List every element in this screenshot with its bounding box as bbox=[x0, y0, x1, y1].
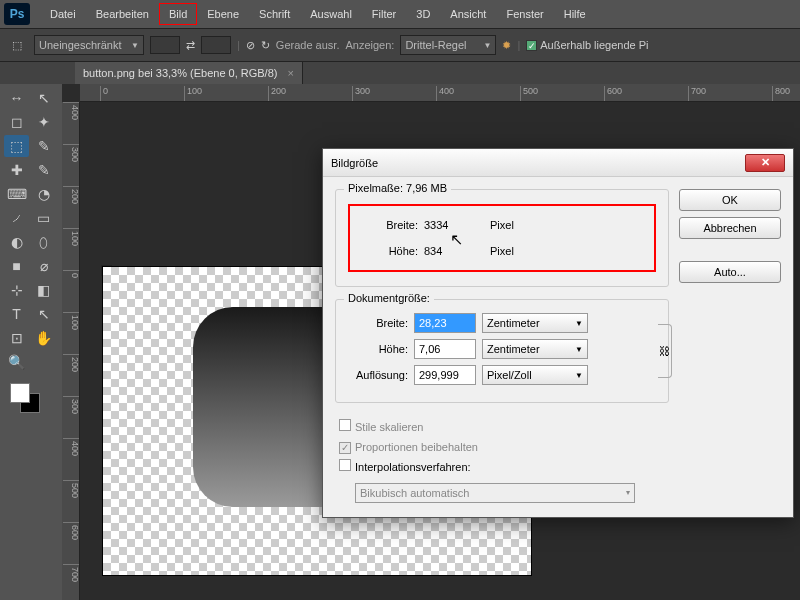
menu-ansicht[interactable]: Ansicht bbox=[440, 3, 496, 25]
width-field[interactable] bbox=[150, 36, 180, 54]
options-bar: ⬚ Uneingeschränkt▼ ⇄ | ⊘ ↻ Gerade ausr. … bbox=[0, 28, 800, 62]
tool-18[interactable]: T bbox=[4, 303, 29, 325]
height-field[interactable] bbox=[201, 36, 231, 54]
tool-12[interactable]: ◐ bbox=[4, 231, 29, 253]
ratio-dropdown[interactable]: Uneingeschränkt▼ bbox=[34, 35, 144, 55]
tool-10[interactable]: ⟋ bbox=[4, 207, 29, 229]
resample-checkbox[interactable] bbox=[339, 459, 351, 471]
color-swatches[interactable] bbox=[10, 383, 50, 423]
document-size-group: Dokumentgröße: Breite: 28,23 Zentimeter▼… bbox=[335, 299, 669, 403]
highlight-box: Breite: 3334 Pixel Höhe: 834 Pixel bbox=[348, 204, 656, 272]
scale-styles-label: Stile skalieren bbox=[355, 421, 423, 433]
px-height-unit: Pixel bbox=[490, 245, 550, 257]
tool-14[interactable]: ■ bbox=[4, 255, 29, 277]
doc-height-input[interactable]: 7,06 bbox=[414, 339, 476, 359]
document-tab-label: button.png bei 33,3% (Ebene 0, RGB/8) bbox=[83, 67, 277, 79]
scale-styles-checkbox[interactable] bbox=[339, 419, 351, 431]
tool-21[interactable]: ✋ bbox=[31, 327, 56, 349]
tool-11[interactable]: ▭ bbox=[31, 207, 56, 229]
tool-8[interactable]: ⌨ bbox=[4, 183, 29, 205]
resolution-label: Auflösung: bbox=[348, 369, 408, 381]
resolution-input[interactable]: 299,999 bbox=[414, 365, 476, 385]
foreground-swatch[interactable] bbox=[10, 383, 30, 403]
view-dropdown[interactable]: Drittel-Regel▼ bbox=[400, 35, 496, 55]
tool-2[interactable]: ◻ bbox=[4, 111, 29, 133]
doc-width-input[interactable]: 28,23 bbox=[414, 313, 476, 333]
constrain-label: Proportionen beibehalten bbox=[355, 441, 478, 453]
dialog-close-button[interactable]: ✕ bbox=[745, 154, 785, 172]
rotate-icon[interactable]: ↻ bbox=[261, 39, 270, 52]
document-tab-bar: button.png bei 33,3% (Ebene 0, RGB/8) × bbox=[0, 62, 800, 84]
doc-width-unit-dropdown[interactable]: Zentimeter▼ bbox=[482, 313, 588, 333]
doc-width-label: Breite: bbox=[348, 317, 408, 329]
px-width-label: Breite: bbox=[358, 219, 418, 231]
interpolation-dropdown: Bikubisch automatisch▾ bbox=[355, 483, 635, 503]
vertical-ruler: 4003002001000100200300400500600700800 bbox=[62, 102, 80, 600]
tool-13[interactable]: ⬯ bbox=[31, 231, 56, 253]
gear-icon[interactable]: ✹ bbox=[502, 39, 511, 52]
menu-3d[interactable]: 3D bbox=[406, 3, 440, 25]
px-width-unit: Pixel bbox=[490, 219, 550, 231]
tool-17[interactable]: ◧ bbox=[31, 279, 56, 301]
close-tab-icon[interactable]: × bbox=[287, 67, 293, 79]
doc-height-label: Höhe: bbox=[348, 343, 408, 355]
auto-button[interactable]: Auto... bbox=[679, 261, 781, 283]
ok-button[interactable]: OK bbox=[679, 189, 781, 211]
tool-0[interactable]: ↔ bbox=[4, 87, 29, 109]
app-logo: Ps bbox=[4, 3, 30, 25]
image-size-dialog: Bildgröße ✕ Pixelmaße: 7,96 MB Breite: 3… bbox=[322, 148, 794, 518]
menu-fenster[interactable]: Fenster bbox=[496, 3, 553, 25]
crop-tool-icon[interactable]: ⬚ bbox=[6, 34, 28, 56]
px-width-value: 3334 bbox=[424, 219, 484, 231]
clear-icon[interactable]: ⊘ bbox=[246, 39, 255, 52]
resolution-unit-dropdown[interactable]: Pixel/Zoll▼ bbox=[482, 365, 588, 385]
resample-label: Interpolationsverfahren: bbox=[355, 461, 471, 473]
tool-3[interactable]: ✦ bbox=[31, 111, 56, 133]
tool-7[interactable]: ✎ bbox=[31, 159, 56, 181]
px-height-value: 834 bbox=[424, 245, 484, 257]
tool-22[interactable]: 🔍 bbox=[4, 351, 29, 373]
doc-legend: Dokumentgröße: bbox=[344, 292, 434, 304]
swap-icon[interactable]: ⇄ bbox=[186, 39, 195, 52]
dialog-title: Bildgröße bbox=[331, 157, 378, 169]
menu-schrift[interactable]: Schrift bbox=[249, 3, 300, 25]
view-label: Anzeigen: bbox=[345, 39, 394, 51]
menubar: Ps DateiBearbeitenBildEbeneSchriftAuswah… bbox=[0, 0, 800, 28]
tool-1[interactable]: ↖ bbox=[31, 87, 56, 109]
menu-auswahl[interactable]: Auswahl bbox=[300, 3, 362, 25]
document-tab[interactable]: button.png bei 33,3% (Ebene 0, RGB/8) × bbox=[75, 62, 303, 84]
cancel-button[interactable]: Abbrechen bbox=[679, 217, 781, 239]
tool-19[interactable]: ↖ bbox=[31, 303, 56, 325]
menu-hilfe[interactable]: Hilfe bbox=[554, 3, 596, 25]
px-height-label: Höhe: bbox=[358, 245, 418, 257]
horizontal-ruler: 0100200300400500600700800 bbox=[80, 84, 800, 102]
delete-outside-checkbox[interactable]: ✓Außerhalb liegende Pi bbox=[526, 39, 648, 52]
toolbox: ↔↖◻✦⬚✎✚✎⌨◔⟋▭◐⬯■⌀⊹◧T↖⊡✋🔍 bbox=[0, 84, 62, 600]
constrain-checkbox[interactable]: ✓ bbox=[339, 442, 351, 454]
tool-4[interactable]: ⬚ bbox=[4, 135, 29, 157]
dialog-titlebar[interactable]: Bildgröße ✕ bbox=[323, 149, 793, 177]
menu-ebene[interactable]: Ebene bbox=[197, 3, 249, 25]
tool-9[interactable]: ◔ bbox=[31, 183, 56, 205]
tool-16[interactable]: ⊹ bbox=[4, 279, 29, 301]
menu-bild[interactable]: Bild bbox=[159, 3, 197, 25]
menu-bearbeiten[interactable]: Bearbeiten bbox=[86, 3, 159, 25]
tool-6[interactable]: ✚ bbox=[4, 159, 29, 181]
pixel-legend: Pixelmaße: 7,96 MB bbox=[344, 182, 451, 194]
tool-5[interactable]: ✎ bbox=[31, 135, 56, 157]
menu-datei[interactable]: Datei bbox=[40, 3, 86, 25]
link-icon[interactable]: ⛓ bbox=[658, 324, 672, 378]
straighten-button[interactable]: Gerade ausr. bbox=[276, 39, 340, 51]
pixel-dimensions-group: Pixelmaße: 7,96 MB Breite: 3334 Pixel Hö… bbox=[335, 189, 669, 287]
menu-filter[interactable]: Filter bbox=[362, 3, 406, 25]
tool-15[interactable]: ⌀ bbox=[31, 255, 56, 277]
doc-height-unit-dropdown[interactable]: Zentimeter▼ bbox=[482, 339, 588, 359]
tool-20[interactable]: ⊡ bbox=[4, 327, 29, 349]
